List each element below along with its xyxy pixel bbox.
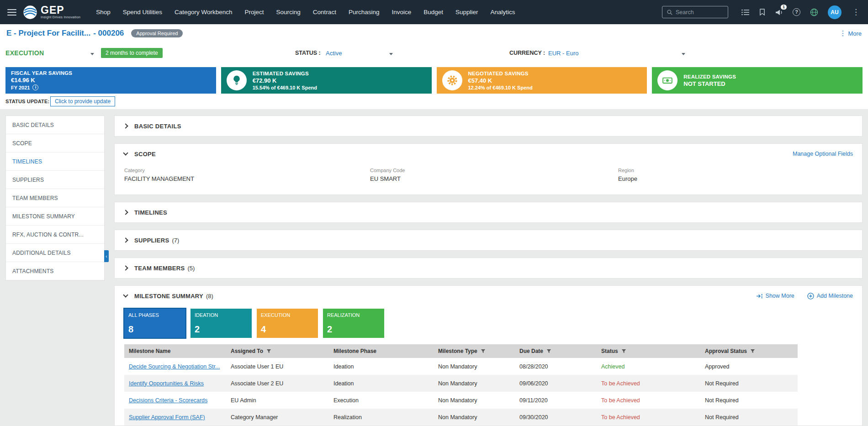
add-icon bbox=[807, 293, 814, 300]
status-dropdown[interactable]: Active bbox=[326, 50, 342, 57]
phase-count: 8 bbox=[128, 324, 133, 335]
sidebar-item-milestone-summary[interactable]: MILESTONE SUMMARY bbox=[6, 207, 104, 226]
field-company-code: Company Code EU SMART bbox=[370, 168, 405, 182]
section-timelines: TIMELINES bbox=[114, 202, 863, 223]
add-milestone-button[interactable]: Add Milestone bbox=[807, 293, 853, 300]
section-milestone-summary-header[interactable]: MILESTONE SUMMARY (8) Show More bbox=[115, 286, 862, 306]
avatar[interactable]: AU bbox=[828, 5, 842, 19]
column-milestone-phase[interactable]: Milestone Phase bbox=[329, 348, 434, 354]
status-caret-icon bbox=[389, 49, 393, 57]
filter-icon[interactable] bbox=[481, 349, 486, 354]
project-number: - 000206 bbox=[93, 29, 124, 38]
sidebar-item-scope[interactable]: SCOPE bbox=[6, 134, 104, 153]
kpi-sub: 15.54% of €469.10 K Spend bbox=[253, 85, 317, 90]
column-status[interactable]: Status bbox=[597, 348, 700, 354]
milestone-link[interactable]: Decide Sourcing & Negotiation Str... bbox=[129, 363, 220, 370]
nav-item-project[interactable]: Project bbox=[245, 9, 264, 16]
nav-item-supplier[interactable]: Supplier bbox=[455, 9, 478, 16]
sidebar-item-team-members[interactable]: TEAM MEMBERS bbox=[6, 189, 104, 207]
cell-milestone-phase: Ideation bbox=[329, 380, 434, 387]
sidebar-item-additional-details[interactable]: ADDITIONAL DETAILS bbox=[6, 244, 104, 262]
phase-card-all-phases[interactable]: ALL PHASES 8 bbox=[124, 309, 185, 338]
section-suppliers-header[interactable]: SUPPLIERS (7) bbox=[115, 230, 862, 250]
cell-approval-status: Not Required bbox=[700, 380, 798, 387]
cell-assigned-to: Associate User 1 EU bbox=[226, 363, 329, 370]
list-icon[interactable] bbox=[741, 9, 750, 16]
nav-item-spend-utilities[interactable]: Spend Utilities bbox=[123, 9, 162, 16]
nav-item-contract[interactable]: Contract bbox=[313, 9, 336, 16]
phase-dropdown[interactable]: EXECUTION bbox=[5, 49, 44, 57]
section-basic-details-header[interactable]: BASIC DETAILS bbox=[115, 116, 862, 136]
phase-card-realization[interactable]: REALIZATION 2 bbox=[323, 309, 384, 338]
phase-label: REALIZATION bbox=[327, 312, 380, 318]
nav-item-purchasing[interactable]: Purchasing bbox=[349, 9, 380, 16]
currency-dropdown[interactable]: EUR - Euro bbox=[548, 50, 578, 57]
kpi-amount: NOT STARTED bbox=[683, 80, 736, 87]
app-root: GEP Insight Drives Innovation Shop Spend… bbox=[0, 0, 868, 426]
gep-logo[interactable]: GEP Insight Drives Innovation bbox=[23, 5, 80, 20]
section-scope-header[interactable]: SCOPE Manage Optional Fields bbox=[115, 144, 862, 164]
column-approval-status[interactable]: Approval Status bbox=[700, 348, 798, 354]
column-due-date[interactable]: Due Date bbox=[515, 348, 597, 354]
show-more-button[interactable]: Show More bbox=[756, 293, 794, 299]
section-title: MILESTONE SUMMARY bbox=[134, 293, 203, 300]
sidebar-collapse-handle[interactable]: ‹ bbox=[104, 250, 109, 262]
section-count: (8) bbox=[206, 293, 213, 300]
chevron-right-icon bbox=[123, 237, 128, 242]
help-icon[interactable]: ? bbox=[793, 8, 800, 16]
cell-due-date: 09/30/2020 bbox=[515, 414, 597, 421]
globe-icon[interactable] bbox=[810, 8, 818, 16]
status-update-button[interactable]: Click to provide update bbox=[50, 96, 115, 106]
kebab-menu-icon[interactable]: ⋮ bbox=[851, 7, 861, 17]
brand-name: GEP bbox=[41, 5, 80, 15]
more-button[interactable]: ⋮ More bbox=[839, 29, 862, 37]
announcement-icon[interactable]: 1 bbox=[775, 9, 783, 16]
sidebar-item-basic-details[interactable]: BASIC DETAILS bbox=[6, 116, 104, 134]
filter-icon[interactable] bbox=[750, 349, 755, 354]
cell-milestone-type: Non Mandatory bbox=[434, 380, 515, 387]
column-assigned-to[interactable]: Assigned To bbox=[226, 348, 329, 354]
table-row: Decide Sourcing & Negotiation Str... Ass… bbox=[124, 358, 798, 375]
chevron-right-icon bbox=[123, 265, 128, 270]
filter-icon[interactable] bbox=[266, 349, 271, 354]
nav-item-sourcing[interactable]: Sourcing bbox=[276, 9, 301, 16]
sidebar-item-rfx-auction-contract[interactable]: RFX, AUCTION & CONTR... bbox=[6, 226, 104, 244]
sidebar-item-attachments[interactable]: ATTACHMENTS bbox=[6, 262, 104, 280]
search-box[interactable] bbox=[662, 6, 728, 18]
nav-item-invoice[interactable]: Invoice bbox=[392, 9, 411, 16]
sidebar-item-timelines[interactable]: TIMELINES bbox=[6, 153, 104, 171]
filter-icon[interactable] bbox=[546, 349, 551, 354]
cell-milestone-type: Non Mandatory bbox=[434, 397, 515, 404]
gears-icon bbox=[442, 70, 462, 90]
field-label: Region bbox=[618, 168, 637, 173]
search-input[interactable] bbox=[676, 9, 724, 16]
phase-card-execution[interactable]: EXECUTION 4 bbox=[257, 309, 318, 338]
column-milestone-name[interactable]: Milestone Name bbox=[124, 348, 226, 354]
kpi-realized-savings: REALIZED SAVINGS NOT STARTED bbox=[652, 67, 863, 94]
bookmark-icon[interactable] bbox=[759, 9, 765, 16]
page-title: E - Project For Facilit... bbox=[6, 29, 90, 38]
info-icon[interactable]: i bbox=[32, 84, 38, 90]
manage-optional-fields-link[interactable]: Manage Optional Fields bbox=[793, 151, 853, 157]
kpi-title: ESTIMATED SAVINGS bbox=[253, 71, 317, 76]
nav-item-analytics[interactable]: Analytics bbox=[491, 9, 515, 16]
kpi-negotiated-savings: NEGOTIATED SAVINGS €57.40 K 12.24% of €4… bbox=[437, 67, 647, 94]
duration-badge: 2 months to complete bbox=[101, 48, 163, 58]
controls-row: EXECUTION 2 months to complete STATUS : … bbox=[0, 42, 868, 63]
section-team-members: TEAM MEMBERS (5) bbox=[114, 258, 863, 279]
milestone-link[interactable]: Identify Opportunities & Risks bbox=[129, 380, 204, 387]
section-team-members-header[interactable]: TEAM MEMBERS (5) bbox=[115, 258, 862, 278]
kpi-title: REALIZED SAVINGS bbox=[683, 74, 736, 79]
filter-icon[interactable] bbox=[621, 349, 626, 354]
nav-item-category-workbench[interactable]: Category Workbench bbox=[175, 9, 233, 16]
nav-item-budget[interactable]: Budget bbox=[423, 9, 443, 16]
sidebar-item-suppliers[interactable]: SUPPLIERS bbox=[6, 171, 104, 189]
milestone-link[interactable]: Decisions Criteria - Scorecards bbox=[129, 397, 207, 404]
section-timelines-header[interactable]: TIMELINES bbox=[115, 202, 862, 222]
section-title: TEAM MEMBERS bbox=[134, 265, 185, 272]
milestone-link[interactable]: Supplier Approval Form (SAF) bbox=[129, 414, 205, 421]
phase-card-ideation[interactable]: IDEATION 2 bbox=[191, 309, 252, 338]
column-milestone-type[interactable]: Milestone Type bbox=[434, 348, 515, 354]
nav-item-shop[interactable]: Shop bbox=[96, 9, 111, 16]
hamburger-icon[interactable] bbox=[7, 9, 16, 16]
